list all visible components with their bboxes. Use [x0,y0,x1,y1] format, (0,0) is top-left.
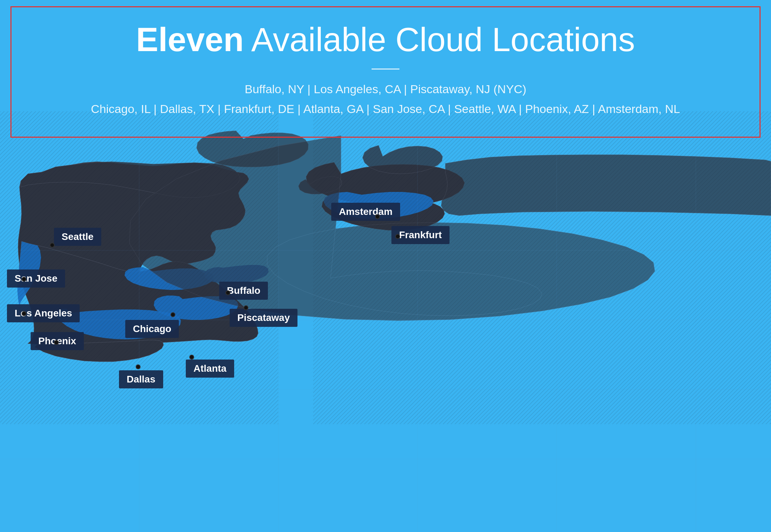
piscataway-dot [244,305,248,310]
amsterdam-dot [375,214,380,219]
world-map-svg [0,111,771,532]
seattle-label: Seattle [54,228,101,246]
los-angeles-label: Los Angeles [7,304,80,322]
san-jose-label: San Jose [7,269,65,288]
chicago-dot [170,312,175,317]
amsterdam-label: Amsterdam [331,203,400,221]
buffalo-dot [225,290,230,295]
svg-rect-12 [313,111,771,424]
atlanta-dot [189,355,194,360]
los-angeles-dot [22,311,26,316]
seattle-dot [50,243,55,248]
title-divider [372,68,399,70]
subtitle-line2: Chicago, IL | Dallas, TX | Frankfurt, DE… [32,99,739,119]
title-rest: Available Cloud Locations [244,21,635,58]
title-bold-word: Eleven [136,21,244,58]
phoenix-dot [54,340,59,345]
page-title: Eleven Available Cloud Locations [32,21,739,58]
san-jose-dot [22,277,26,282]
atlanta-label: Atlanta [186,360,234,378]
frankfurt-label: Frankfurt [391,226,450,244]
chicago-label: Chicago [125,320,179,338]
frankfurt-dot [395,234,400,239]
header-box: Eleven Available Cloud Locations Buffalo… [10,6,761,138]
dallas-label: Dallas [119,370,163,388]
subtitle-line1: Buffalo, NY | Los Angeles, CA | Piscataw… [32,79,739,99]
map-container: Seattle San Jose Los Angeles Phoenix Dal… [0,111,771,532]
piscataway-label: Piscataway [230,309,297,327]
dallas-dot [136,364,141,369]
